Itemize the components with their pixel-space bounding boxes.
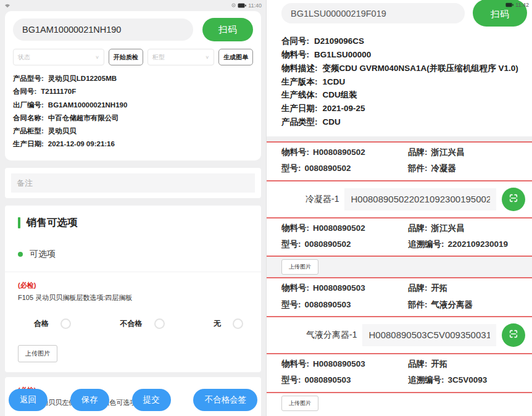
back-button[interactable]: 返回 — [9, 389, 48, 411]
part-meta-condenser-trace: 物料号:H0080890502 品牌:浙江兴昌 型号:0080890502 追溯… — [267, 217, 532, 256]
field-value: 1CDU — [323, 77, 346, 86]
field-label: 出厂编号: — [13, 101, 44, 109]
material-info-list: 合同号:D2109096CS 物料号:BG1LSU00000 物料描述:变频CD… — [267, 27, 532, 136]
field-label: 物料号: — [281, 50, 309, 59]
trace-code-input[interactable] — [362, 324, 496, 346]
contract-no-line: 合同号:D2109096CS — [281, 35, 520, 48]
cabinet-type-select[interactable]: 柜型 ∨ — [148, 49, 214, 65]
upload-image-button[interactable]: 上传图片 — [281, 396, 318, 411]
field-label: 生产版本: — [281, 77, 318, 86]
optional-items-label: 可选项 — [30, 249, 56, 260]
trace-no-cell: 追溯编号:2202109230019 — [408, 236, 532, 252]
check-item-description: F105 灵动贝贝搁板层数选项:四层搁板 — [18, 293, 248, 302]
radio-pass[interactable] — [60, 318, 71, 329]
generate-form-button[interactable]: 生成图单 — [218, 49, 253, 65]
scan-icon — [509, 329, 518, 341]
field-label: 生产日期: — [13, 140, 44, 148]
right-clock: 11:42 — [515, 2, 529, 8]
model-no-cell: 型号:0080890502 — [281, 160, 408, 177]
product-info-list: 产品型号:灵动贝贝LD12205MB 合同号:T2111170F 出厂编号:BG… — [13, 72, 253, 151]
field-value: 灵动贝贝LD12205MB — [48, 75, 117, 82]
field-label: 产品类型: — [281, 117, 318, 127]
left-footer-buttons: 返回 保存 提交 不合格会签 — [0, 389, 266, 411]
wifi-icon — [4, 3, 10, 8]
cabinet-select-placeholder: 柜型 — [152, 53, 165, 62]
upload-image-button[interactable]: 上传图片 — [18, 345, 57, 362]
material-no-cell: 物料号:H0080890502 — [281, 144, 408, 160]
status-select[interactable]: 状态 ∨ — [13, 49, 104, 65]
upload-image-button[interactable]: 上传图片 — [281, 259, 318, 275]
condenser-scan-row: 冷凝器-1 — [267, 180, 532, 217]
divider — [5, 272, 261, 272]
required-tag: (必检) — [18, 281, 248, 290]
production-date-line: 生产日期:2021-09-25 — [281, 102, 520, 115]
location-icon — [231, 3, 236, 7]
fail-countersign-button[interactable]: 不合格会签 — [193, 389, 257, 411]
field-label: 生产日期: — [281, 104, 318, 113]
scan-code-button[interactable]: 扫码 — [202, 18, 253, 41]
part-meta-condenser: 物料号:H0080890502 品牌:浙江兴昌 型号:0080890502 部件… — [267, 141, 532, 180]
remark-card — [5, 168, 261, 198]
submit-button[interactable]: 提交 — [132, 389, 171, 411]
radio-none[interactable] — [233, 318, 243, 329]
scan-qr-button[interactable] — [502, 323, 525, 347]
material-no-cell: 物料号:H0080890503 — [281, 280, 408, 296]
battery-icon — [238, 3, 246, 8]
model-no-cell: 型号:0080890503 — [281, 297, 408, 313]
battery-icon — [505, 2, 513, 7]
field-value: CDU — [323, 117, 341, 127]
field-value: CDU组装 — [323, 90, 357, 99]
brand-cell: 品牌:浙江兴昌 — [408, 144, 532, 160]
material-no-line: 物料号:BG1LSU00000 — [281, 48, 520, 62]
field-label: 合同名称: — [13, 114, 44, 122]
left-status-right: 11:40 — [231, 2, 262, 9]
chevron-down-icon: ∨ — [205, 55, 209, 60]
left-serial-row: 扫码 — [13, 18, 253, 41]
field-value: 2021-09-25 — [323, 104, 365, 113]
field-value: D2109096CS — [314, 36, 364, 46]
radio-options-row: 合格 不合格 无 — [34, 318, 243, 329]
right-screen: 11:42 扫码 合同号:D2109096CS 物料号:BG1LSU00000 … — [266, 0, 532, 416]
separator-scan-row: 气液分离器-1 — [267, 316, 532, 353]
part-cell: 部件:气液分离器 — [408, 297, 532, 313]
right-footer: 返回 — [267, 414, 532, 416]
radio-group-none: 无 — [214, 318, 243, 329]
product-model-line: 产品型号:灵动贝贝LD12205MB — [13, 72, 253, 85]
field-value: 2021-12-09 09:21:16 — [48, 140, 115, 148]
green-dot-icon — [18, 252, 23, 257]
chevron-down-icon: ∨ — [95, 55, 99, 60]
cabinet-type-line: 产品柜型:灵动贝贝 — [13, 125, 253, 138]
radio-fail[interactable] — [154, 318, 165, 329]
check-item-f105: (必检) F105 灵动贝贝搁板层数选项:四层搁板 合格 不合格 无 上传图片 — [18, 281, 248, 371]
radio-label-none: 无 — [214, 318, 221, 329]
field-label: 物料描述: — [281, 64, 318, 73]
remark-input[interactable] — [11, 173, 255, 193]
field-value: 变频CDU GVRM040NSA1A(并联压缩机组程序 V1.0) — [323, 64, 518, 73]
model-no-cell: 型号:0080890502 — [281, 236, 408, 252]
right-status-bar: 11:42 — [505, 2, 529, 8]
upload-row-separator: 上传图片 — [267, 392, 532, 414]
serial-number-input[interactable] — [13, 19, 193, 41]
brand-cell: 品牌:开拓 — [408, 356, 532, 372]
radio-label-pass: 合格 — [34, 318, 49, 329]
left-status-bar: 11:40 — [0, 0, 266, 9]
factory-no-line: 出厂编号:BG1AM10000021NH190 — [13, 99, 253, 112]
material-desc-line: 物料描述:变频CDU GVRM040NSA1A(并联压缩机组程序 V1.0) — [281, 62, 520, 75]
part-meta-separator-trace: 物料号:H0080890503 品牌:开拓 型号:0080890503 追溯编号… — [267, 353, 532, 392]
scan-qr-button[interactable] — [502, 188, 525, 211]
sales-options-card: 销售可选项 可选项 (必检) F105 灵动贝贝搁板层数选项:四层搁板 合格 不… — [5, 206, 261, 372]
start-inspection-button[interactable]: 开始质检 — [109, 49, 143, 65]
material-no-cell: 物料号:H0080890503 — [281, 356, 408, 372]
field-value: BG1AM10000021NH190 — [48, 101, 128, 109]
save-button[interactable]: 保存 — [70, 389, 109, 411]
serial-number-input[interactable] — [281, 3, 465, 23]
scan-icon — [509, 193, 518, 205]
field-label: 生产线体: — [281, 90, 318, 99]
trace-code-input[interactable] — [344, 188, 496, 210]
contract-no-line: 合同号:T2111170F — [13, 85, 253, 98]
status-select-placeholder: 状态 — [18, 53, 30, 62]
field-value: BG1LSU00000 — [314, 50, 371, 59]
field-value: 中百仓储超市有限公司 — [48, 114, 119, 122]
field-label: 产品柜型: — [13, 127, 44, 135]
upload-row-condenser: 上传图片 — [267, 256, 532, 277]
